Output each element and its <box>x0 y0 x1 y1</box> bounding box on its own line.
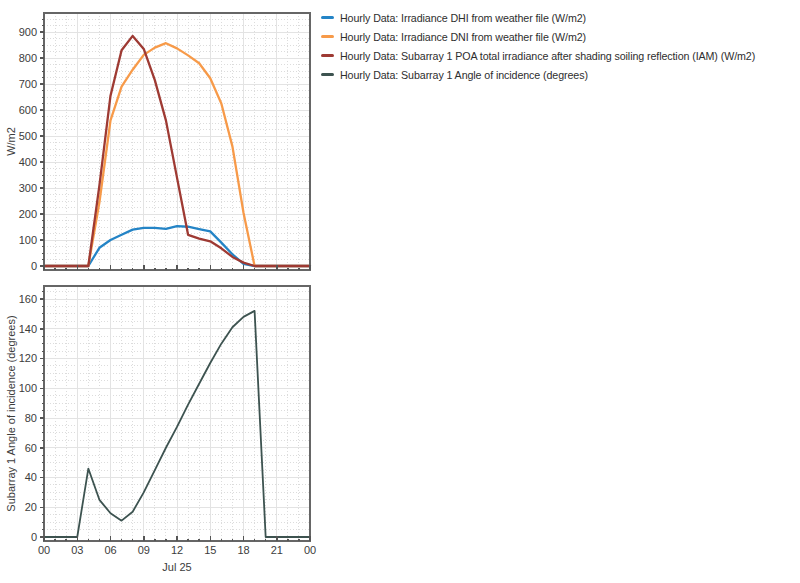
y-tick-label: 80 <box>25 412 37 424</box>
legend-swatch-icon <box>321 73 334 76</box>
y-tick-label: 140 <box>19 323 37 335</box>
legend-swatch-icon <box>321 35 334 38</box>
y-tick-label: 900 <box>19 26 37 38</box>
y-tick-label: 300 <box>19 182 37 194</box>
y-tick-label: 500 <box>19 130 37 142</box>
legend-swatch-icon <box>321 16 334 19</box>
legend-item-label: Hourly Data: Irradiance DNI from weather… <box>340 31 586 43</box>
x-tick-label: 00 <box>304 544 316 556</box>
legend-item-label: Hourly Data: Subarray 1 POA total irradi… <box>340 50 755 62</box>
y-tick-label: 40 <box>25 471 37 483</box>
legend-item-label: Hourly Data: Subarray 1 Angle of inciden… <box>340 69 588 81</box>
legend-item: Hourly Data: Irradiance DNI from weather… <box>321 27 755 46</box>
time-series-viewer: 0100200300400500600700800900W/m202040608… <box>0 0 800 583</box>
legend: Hourly Data: Irradiance DHI from weather… <box>321 8 755 84</box>
y-tick-label: 600 <box>19 104 37 116</box>
legend-item: Hourly Data: Subarray 1 POA total irradi… <box>321 46 755 65</box>
y-tick-label: 0 <box>31 260 37 272</box>
charts-canvas[interactable]: 0100200300400500600700800900W/m202040608… <box>0 0 320 583</box>
y-axis-title: W/m2 <box>5 127 17 156</box>
y-tick-label: 100 <box>19 234 37 246</box>
chart-1: 020406080100120140160000306091215182100J… <box>5 286 316 573</box>
x-tick-label: 15 <box>204 544 216 556</box>
y-tick-label: 100 <box>19 382 37 394</box>
y-tick-label: 800 <box>19 52 37 64</box>
y-tick-label: 0 <box>31 531 37 543</box>
x-tick-label: 03 <box>71 544 83 556</box>
x-tick-label: 12 <box>171 544 183 556</box>
legend-item: Hourly Data: Irradiance DHI from weather… <box>321 8 755 27</box>
y-tick-label: 20 <box>25 501 37 513</box>
y-tick-label: 60 <box>25 442 37 454</box>
x-tick-label: 06 <box>104 544 116 556</box>
y-tick-label: 120 <box>19 352 37 364</box>
y-tick-label: 160 <box>19 293 37 305</box>
chart-0: 0100200300400500600700800900W/m2 <box>5 13 310 272</box>
plot-area-1[interactable] <box>44 286 310 541</box>
legend-item-label: Hourly Data: Irradiance DHI from weather… <box>340 12 586 24</box>
plot-area-0[interactable] <box>44 13 310 270</box>
legend-item: Hourly Data: Subarray 1 Angle of inciden… <box>321 65 755 84</box>
y-tick-label: 400 <box>19 156 37 168</box>
x-tick-label: 21 <box>271 544 283 556</box>
x-axis-title: Jul 25 <box>162 561 191 573</box>
y-tick-label: 200 <box>19 208 37 220</box>
y-axis-title: Subarray 1 Angle of incidence (degrees) <box>5 315 17 511</box>
y-tick-label: 700 <box>19 78 37 90</box>
x-tick-label: 18 <box>237 544 249 556</box>
x-tick-label: 00 <box>38 544 50 556</box>
legend-swatch-icon <box>321 54 334 57</box>
x-tick-label: 09 <box>138 544 150 556</box>
